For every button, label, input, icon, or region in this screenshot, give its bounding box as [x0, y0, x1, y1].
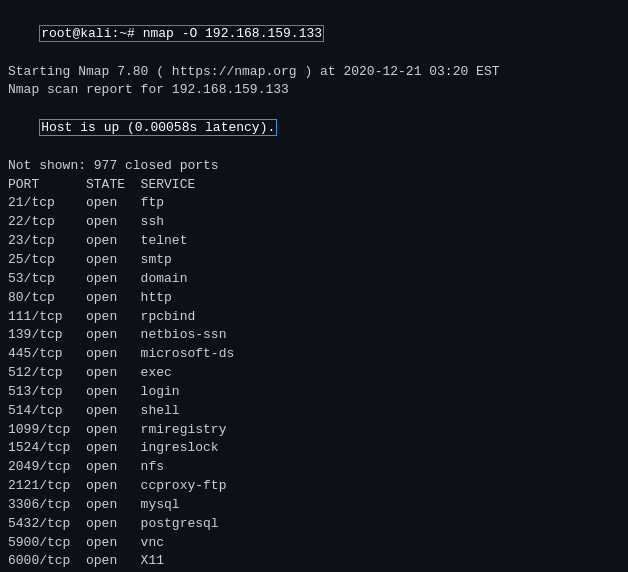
- port-line: 80/tcp open http: [8, 289, 620, 308]
- port-line: 6000/tcp open X11: [8, 552, 620, 571]
- host-up-line: Host is up (0.00058s latency).: [8, 100, 620, 157]
- port-line: 25/tcp open smtp: [8, 251, 620, 270]
- host-up-highlight: Host is up (0.00058s latency).: [39, 119, 277, 136]
- ports-header: PORT STATE SERVICE: [8, 176, 620, 195]
- port-line: 3306/tcp open mysql: [8, 496, 620, 515]
- command-line: root@kali:~# nmap -O 192.168.159.133: [8, 6, 620, 63]
- terminal-window: root@kali:~# nmap -O 192.168.159.133 Sta…: [0, 0, 628, 572]
- port-line: 512/tcp open exec: [8, 364, 620, 383]
- starting-line: Starting Nmap 7.80 ( https://nmap.org ) …: [8, 63, 620, 82]
- port-line: 1524/tcp open ingreslock: [8, 439, 620, 458]
- port-line: 111/tcp open rpcbind: [8, 308, 620, 327]
- scan-report-line: Nmap scan report for 192.168.159.133: [8, 81, 620, 100]
- port-line: 139/tcp open netbios-ssn: [8, 326, 620, 345]
- not-shown-line: Not shown: 977 closed ports: [8, 157, 620, 176]
- port-line: 514/tcp open shell: [8, 402, 620, 421]
- port-line: 2049/tcp open nfs: [8, 458, 620, 477]
- port-line: 22/tcp open ssh: [8, 213, 620, 232]
- port-line: 53/tcp open domain: [8, 270, 620, 289]
- port-line: 1099/tcp open rmiregistry: [8, 421, 620, 440]
- port-line: 5432/tcp open postgresql: [8, 515, 620, 534]
- port-line: 5900/tcp open vnc: [8, 534, 620, 553]
- command-highlight: root@kali:~# nmap -O 192.168.159.133: [39, 25, 324, 42]
- port-line: 513/tcp open login: [8, 383, 620, 402]
- port-line: 2121/tcp open ccproxy-ftp: [8, 477, 620, 496]
- port-line: 23/tcp open telnet: [8, 232, 620, 251]
- port-line: 445/tcp open microsoft-ds: [8, 345, 620, 364]
- port-line: 21/tcp open ftp: [8, 194, 620, 213]
